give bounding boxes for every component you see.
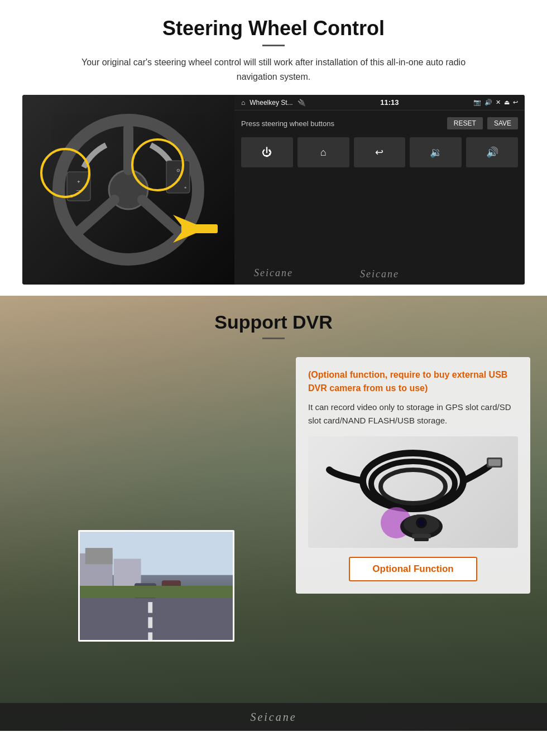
title-divider (262, 45, 285, 46)
save-button[interactable]: SAVE (487, 117, 518, 129)
svg-line-3 (75, 200, 114, 234)
svg-rect-37 (414, 538, 429, 541)
dvr-camera-image (308, 436, 518, 548)
svg-rect-17 (85, 548, 113, 564)
steering-description: Your original car's steering wheel contr… (61, 55, 486, 84)
svg-rect-30 (488, 459, 501, 466)
swc-grid: ⏻ ⌂ ↩ 🔉 🔊 (241, 137, 518, 167)
dvr-thumbnail-inner (80, 532, 233, 640)
swc-cell-vol-down[interactable]: 🔉 (410, 137, 462, 167)
dvr-bottom-bar: Seicane (0, 703, 547, 731)
dvr-camera-svg (324, 436, 502, 542)
svg-text:+: + (184, 185, 187, 190)
svg-rect-25 (80, 586, 233, 598)
steering-image-container: + — C ⊙ ✕ + ⌂ (22, 95, 525, 285)
android-statusbar: ⌂ Wheelkey St... 🔌 11:13 📷 🔊 ✕ ⏏ ↩ (234, 95, 525, 110)
reset-button[interactable]: RESET (447, 117, 483, 129)
swc-header: Press steering wheel buttons RESET SAVE (241, 117, 518, 129)
dvr-title: Support DVR (0, 296, 547, 333)
steering-wheel-section: Steering Wheel Control Your original car… (0, 0, 547, 296)
dvr-optional-text: (Optional function, require to buy exter… (308, 368, 518, 395)
camera-svg-container (308, 436, 518, 548)
statusbar-right: 📷 🔊 ✕ ⏏ ↩ (473, 99, 518, 106)
close-icon: ✕ (496, 99, 501, 106)
dvr-thumbnail-scene (80, 532, 233, 640)
dvr-watermark: Seicane (250, 711, 296, 724)
back-icon: ↩ (513, 99, 518, 106)
eject-icon: ⏏ (504, 99, 510, 106)
steering-title: Steering Wheel Control (22, 17, 525, 40)
volume-icon: 🔊 (484, 99, 492, 106)
usb-icon: 🔌 (298, 99, 306, 107)
svg-rect-14 (181, 224, 218, 233)
swc-content: Press steering wheel buttons RESET SAVE … (234, 110, 525, 266)
camera-icon: 📷 (473, 99, 481, 106)
svg-rect-22 (148, 633, 152, 641)
svg-point-28 (381, 470, 445, 503)
statusbar-time: 11:13 (380, 98, 399, 107)
dvr-thumbnail (78, 530, 234, 642)
swc-cell-home[interactable]: ⌂ (298, 137, 349, 167)
statusbar-left: ⌂ Wheelkey St... 🔌 (241, 99, 306, 107)
android-ui-panel: ⌂ Wheelkey St... 🔌 11:13 📷 🔊 ✕ ⏏ ↩ Press… (234, 95, 525, 285)
swc-cell-power[interactable]: ⏻ (241, 137, 293, 167)
swc-instruction: Press steering wheel buttons (241, 119, 334, 128)
dvr-info-card: (Optional function, require to buy exter… (296, 357, 530, 594)
statusbar-app-name: Wheelkey St... (249, 99, 292, 107)
dvr-description: It can record video only to storage in G… (308, 401, 518, 427)
home-icon: ⌂ (241, 99, 245, 107)
optional-function-button[interactable]: Optional Function (349, 557, 477, 581)
dvr-title-divider (262, 338, 285, 339)
dvr-section: Support DVR (0, 296, 547, 731)
yellow-circle-right (131, 138, 184, 191)
svg-rect-19 (80, 597, 233, 641)
yellow-circle-left (40, 148, 90, 198)
yellow-arrow-icon (167, 206, 223, 251)
steering-photo: + — C ⊙ ✕ + (22, 95, 234, 285)
seicane-watermark-steering: Seicane (254, 267, 293, 279)
swc-cell-back[interactable]: ↩ (354, 137, 406, 167)
svg-rect-21 (148, 617, 152, 628)
svg-rect-20 (148, 602, 152, 613)
svg-point-35 (418, 519, 425, 526)
svg-rect-36 (412, 534, 431, 538)
swc-cell-vol-up[interactable]: 🔊 (466, 137, 518, 167)
swc-buttons: RESET SAVE (447, 117, 518, 129)
